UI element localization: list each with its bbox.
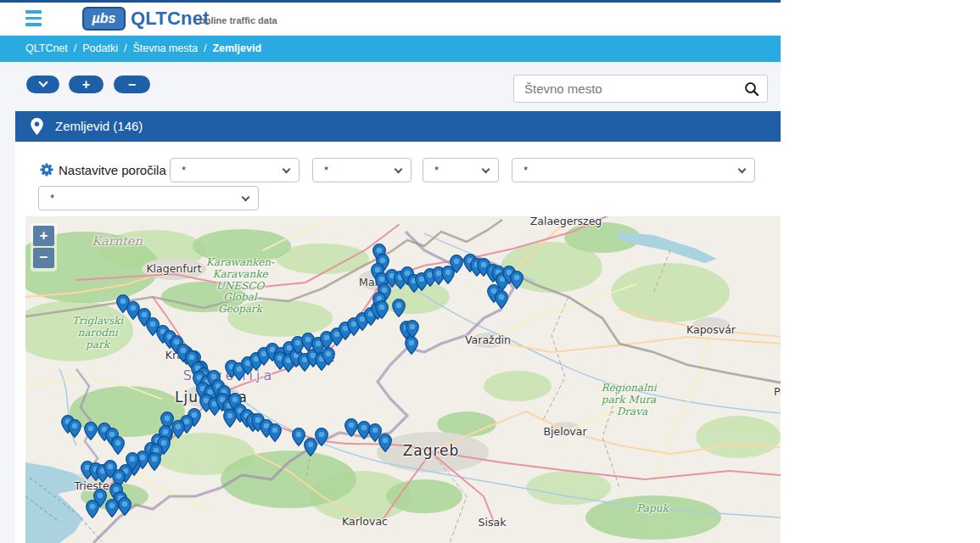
traffic-counter-pin[interactable] [111, 436, 125, 455]
breadcrumb-separator: / [204, 42, 206, 54]
filter-select-2[interactable]: * [313, 159, 411, 182]
breadcrumb-separator: / [124, 42, 126, 54]
collapse-button[interactable] [26, 76, 59, 93]
traffic-counter-pin[interactable] [344, 418, 358, 437]
traffic-counter-pin[interactable] [495, 290, 508, 309]
traffic-counter-pin[interactable] [268, 423, 282, 442]
search-icon[interactable] [743, 81, 760, 98]
map-zoom-in-button[interactable]: + [33, 226, 54, 246]
traffic-counter-pin[interactable] [126, 452, 139, 471]
traffic-counter-pin[interactable] [104, 460, 117, 479]
traffic-counter-pin[interactable] [223, 409, 237, 428]
search-box [513, 75, 768, 103]
breadcrumb-separator: / [74, 42, 76, 54]
search-input[interactable] [514, 76, 736, 102]
traffic-counter-pin[interactable] [405, 336, 418, 355]
traffic-counter-pin[interactable] [148, 452, 161, 471]
filter-dropdown-4: * [512, 158, 755, 182]
traffic-counter-pin[interactable] [68, 419, 81, 438]
hamburger-menu-icon[interactable] [25, 10, 42, 29]
panel-title: Zemljevid (146) [55, 119, 143, 133]
panel-header: Zemljevid (146) [15, 111, 781, 142]
filter-dropdown-5: * [38, 186, 259, 210]
breadcrumb-qltcnet[interactable]: QLTCnet [25, 42, 68, 54]
chevron-down-icon [38, 77, 48, 87]
mbs-logo[interactable]: µbs [82, 7, 126, 31]
filter-select-4[interactable]: * [512, 159, 754, 182]
filter-dropdown-1: * [170, 158, 300, 182]
minus-icon: − [114, 76, 150, 92]
map-zoom-control: + − [31, 223, 57, 272]
breadcrumb: QLTCnet/Podatki/Števna mesta/Zemljevid [0, 36, 781, 62]
breadcrumb-zemljevid: Zemljevid [212, 42, 261, 54]
traffic-counter-pin[interactable] [84, 422, 98, 440]
traffic-counter-pin[interactable] [450, 255, 463, 273]
filter-select-1[interactable]: * [171, 159, 299, 182]
traffic-counter-pin[interactable] [378, 434, 392, 452]
filter-dropdown-3: * [423, 158, 499, 182]
header: µbs QLTCnet online traffic data [0, 3, 781, 36]
gear-icon [40, 163, 53, 176]
map-tiles [25, 216, 781, 543]
traffic-counter-pin[interactable] [510, 271, 524, 289]
traffic-counter-pin[interactable] [375, 300, 389, 319]
plus-icon: + [69, 76, 104, 92]
location-pin-icon [31, 118, 43, 138]
zemljevid-panel: Zemljevid (146) Nastavitve poročila * [15, 111, 781, 543]
report-settings-label: Nastavitve poročila [59, 163, 166, 177]
breadcrumb-stevna-mesta[interactable]: Števna mesta [132, 42, 197, 54]
collapse-all-button[interactable]: − [114, 76, 150, 93]
app-tagline: online traffic data [199, 15, 277, 25]
expand-all-button[interactable]: + [69, 76, 104, 93]
app-title: QLTCnet [131, 8, 210, 30]
filter-select-5[interactable]: * [39, 187, 258, 210]
traffic-counter-pin[interactable] [86, 500, 99, 518]
traffic-counter-pin[interactable] [105, 499, 119, 518]
map-zoom-out-button[interactable]: − [33, 248, 54, 268]
traffic-counter-pin[interactable] [315, 428, 328, 446]
traffic-counter-pin[interactable] [118, 497, 132, 516]
app-window: µbs QLTCnet online traffic data QLTCnet/… [0, 0, 781, 543]
report-settings: Nastavitve poročila * * * * * [15, 142, 781, 216]
traffic-counter-pin[interactable] [392, 299, 406, 317]
map-canvas[interactable]: KärntenKlagenfurtKarawanken- Karavanke U… [25, 216, 781, 543]
filter-select-3[interactable]: * [423, 159, 498, 182]
breadcrumb-podatki[interactable]: Podatki [82, 42, 118, 54]
filter-dropdown-2: * [312, 158, 412, 182]
